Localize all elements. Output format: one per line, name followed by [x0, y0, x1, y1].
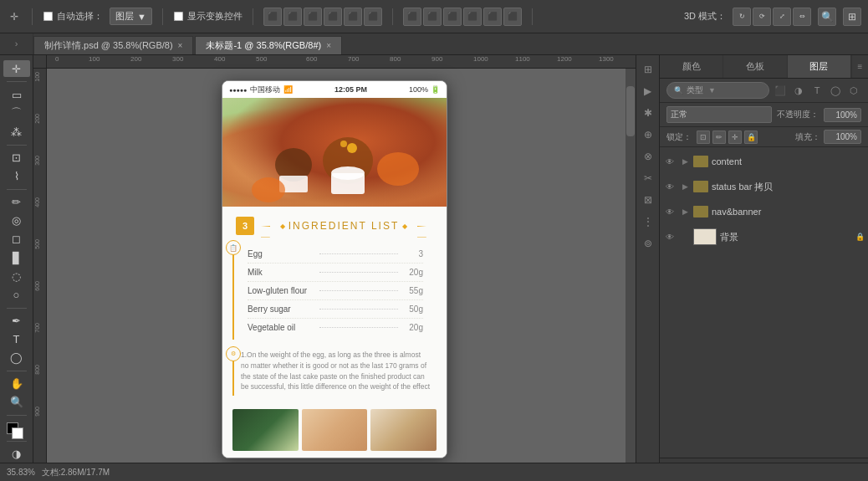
lock-image-icon[interactable]: ✏	[712, 130, 726, 144]
dist-4-btn[interactable]: ⬛	[463, 8, 482, 26]
left-panel-toggle[interactable]: ›	[0, 33, 33, 54]
align-left-btn[interactable]: ⬛	[263, 8, 282, 26]
layer-type-adjust[interactable]: ◑	[791, 83, 806, 98]
tool-shape[interactable]: ◯	[3, 350, 30, 366]
dist-v-btn[interactable]: ⬛	[423, 8, 442, 26]
blend-mode-select[interactable]: 正常	[666, 106, 772, 123]
tool-pen[interactable]: ✒	[3, 312, 30, 329]
rtool-2[interactable]: ▶	[639, 82, 657, 100]
transform-label: 显示变换控件	[187, 10, 243, 23]
recipe-content: 3 ◆ INGREDIENT LIST ◆ 📋	[222, 207, 447, 458]
svg-point-6	[340, 141, 347, 147]
layer-item-statusbar[interactable]: 👁 ▶ status bar 拷贝	[660, 174, 868, 199]
dist-3-btn[interactable]: ⬛	[443, 8, 462, 26]
layer-type-text[interactable]: T	[809, 83, 825, 98]
tool-gradient[interactable]: ▊	[3, 249, 30, 266]
tool-select-rect[interactable]: ▭	[3, 86, 30, 103]
3d-btn3[interactable]: ⤢	[773, 8, 791, 26]
rtool-8[interactable]: ⋮	[639, 212, 657, 231]
3d-btn4[interactable]: ⇔	[793, 8, 811, 26]
auto-select-checkbox[interactable]: 自动选择：	[43, 10, 103, 23]
layer-visibility-content[interactable]: 👁	[663, 155, 677, 168]
align-center-btn[interactable]: ⬛	[283, 8, 302, 26]
tool-eyedropper[interactable]: ⌇	[3, 167, 30, 184]
layer-type-pixel[interactable]: ⬛	[773, 83, 788, 98]
layer-visibility-nav[interactable]: 👁	[663, 205, 677, 218]
dist-6-btn[interactable]: ⬛	[503, 8, 522, 26]
rtool-7[interactable]: ⊠	[639, 191, 657, 209]
panel-tab-color[interactable]: 颜色	[660, 55, 723, 78]
panel-tab-layers[interactable]: 图层	[788, 55, 851, 78]
align-middle-btn[interactable]: ⬛	[344, 8, 362, 26]
tool-foreground-color[interactable]	[3, 420, 30, 437]
transform-input[interactable]	[174, 12, 184, 22]
opacity-value[interactable]: 100%	[824, 108, 861, 122]
rtool-5[interactable]: ⊗	[639, 147, 657, 166]
tool-sep-5	[7, 371, 27, 371]
layer-expand-statusbar[interactable]: ▶	[680, 182, 690, 192]
layer-dropdown[interactable]: 图层 ▼	[110, 8, 152, 25]
tool-zoom[interactable]: 🔍	[3, 394, 30, 411]
tab-1-close[interactable]: ×	[178, 41, 183, 50]
canvas-area[interactable]: 0 100 200 300 400 500 600 700 800 900 10…	[33, 55, 636, 481]
3d-btn2[interactable]: ⟳	[753, 8, 771, 26]
rtool-1[interactable]: ⊞	[639, 60, 657, 79]
wifi-icon: 📶	[283, 85, 293, 94]
scrollbar-thumb-v[interactable]	[626, 86, 635, 136]
tool-text[interactable]: T	[3, 331, 30, 348]
auto-select-input[interactable]	[43, 12, 54, 22]
layer-name-bg: 背景	[720, 231, 852, 243]
layer-expand-content[interactable]: ▶	[680, 156, 690, 166]
lock-icons-group: ⊡ ✏ ✛ 🔒	[697, 130, 758, 144]
align-bottom-btn[interactable]: ⬛	[364, 8, 382, 26]
layer-item-nav[interactable]: 👁 ▶ nav&banner	[660, 199, 868, 224]
layer-visibility-bg[interactable]: 👁	[663, 230, 677, 243]
status-time: 12:05 PM	[334, 85, 367, 94]
layer-search-box[interactable]: 🔍 类型 ▼	[666, 82, 769, 99]
tool-dodge[interactable]: ○	[3, 286, 30, 303]
lock-transparent-icon[interactable]: ⊡	[697, 130, 710, 144]
align-buttons: ⬛ ⬛ ⬛ ⬛ ⬛ ⬛	[263, 8, 382, 26]
canvas-scrollbar-v[interactable]	[625, 69, 636, 468]
lock-all-icon[interactable]: 🔒	[744, 130, 758, 144]
move-tool-icon[interactable]: ✛	[7, 9, 22, 24]
rtool-3[interactable]: ✱	[639, 104, 657, 122]
main-area: ✛ ▭ ⌒ ⁂ ⊡ ⌇ ✏ ◎ ◻ ▊ ◌ ○ ✒ T ◯ ✋ 🔍 ◑ ⬚	[0, 55, 868, 481]
tab-2-close[interactable]: ×	[326, 41, 331, 50]
layer-expand-nav[interactable]: ▶	[680, 207, 690, 217]
rtool-6[interactable]: ✂	[639, 169, 657, 187]
dist-5-btn[interactable]: ⬛	[483, 8, 502, 26]
tool-crop[interactable]: ⊡	[3, 149, 30, 166]
lock-position-icon[interactable]: ✛	[728, 130, 742, 144]
tool-hand[interactable]: ✋	[3, 376, 30, 392]
tool-magic-wand[interactable]: ⁂	[3, 123, 30, 140]
tool-clone[interactable]: ◎	[3, 212, 30, 229]
layer-visibility-statusbar[interactable]: 👁	[663, 180, 677, 193]
tab-2[interactable]: 未标题-1 @ 35.8%(RGB/8#) ×	[195, 36, 342, 54]
separator-2	[162, 8, 163, 25]
workspace-btn[interactable]: ⊞	[843, 8, 861, 26]
fill-value[interactable]: 100%	[824, 130, 861, 144]
align-top-btn[interactable]: ⬛	[324, 8, 342, 26]
tab-1[interactable]: 制作详情.psd @ 35.8%(RGB/8) ×	[33, 36, 193, 54]
transform-checkbox[interactable]: 显示变换控件	[173, 10, 243, 23]
search-btn[interactable]: 🔍	[818, 8, 836, 26]
tool-eraser[interactable]: ◻	[3, 231, 30, 248]
layer-type-shape[interactable]: ◯	[828, 83, 843, 98]
layer-item-content[interactable]: 👁 ▶ content	[660, 149, 868, 174]
panel-menu-btn[interactable]: ≡	[851, 55, 868, 78]
tool-blur[interactable]: ◌	[3, 268, 30, 284]
layer-item-bg[interactable]: 👁 背景 🔒	[660, 224, 868, 249]
panel-tab-swatches[interactable]: 色板	[723, 55, 787, 78]
3d-btn1[interactable]: ↻	[733, 8, 751, 26]
dist-h-btn[interactable]: ⬛	[403, 8, 421, 26]
tool-brush[interactable]: ✏	[3, 193, 30, 210]
tool-lasso[interactable]: ⌒	[3, 105, 30, 121]
align-right-btn[interactable]: ⬛	[304, 8, 322, 26]
rtool-4[interactable]: ⊕	[639, 125, 657, 144]
rtool-9[interactable]: ⊚	[639, 234, 657, 253]
tool-move[interactable]: ✛	[3, 60, 30, 77]
layer-type-smart[interactable]: ⬡	[846, 83, 861, 98]
tool-mask[interactable]: ◑	[3, 446, 30, 463]
ingredient-item-milk: Milk 20g	[248, 264, 423, 282]
